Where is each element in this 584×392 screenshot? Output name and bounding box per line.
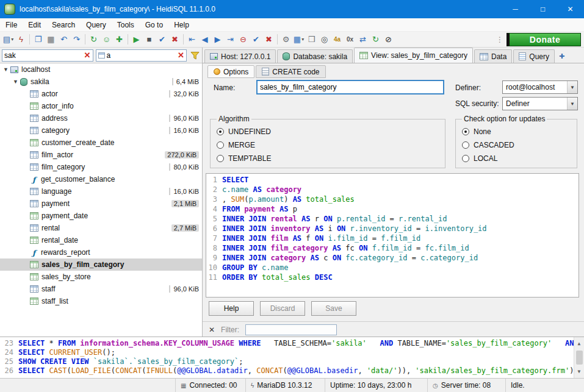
tree-item-payment[interactable]: payment2,1 MiB (0, 198, 202, 210)
abort-query-icon[interactable]: ⊘ (382, 33, 395, 46)
check-option-radio-none[interactable]: None (462, 125, 571, 138)
tree-item-staff[interactable]: staff96,0 KiB (0, 283, 202, 295)
tree-item-sales_by_film_category[interactable]: sales_by_film_category (0, 258, 202, 271)
tree-item-film_category[interactable]: film_category80,0 KiB (0, 161, 202, 173)
tree-item-sales_by_store[interactable]: sales_by_store (0, 271, 202, 283)
close-filter-icon[interactable]: ✕ (209, 326, 215, 334)
algorithm-radio-merge[interactable]: MERGE (217, 138, 439, 152)
data-filter-input[interactable] (107, 51, 176, 60)
execute-sql-icon[interactable]: ▶ (130, 33, 143, 46)
tree-item-film_actor[interactable]: film_actor272,0 KiB (0, 149, 202, 161)
clear-data-filter-button[interactable]: ✕ (178, 51, 184, 59)
tree-item-rewards_report[interactable]: rewards_report (0, 246, 202, 258)
algorithm-radio-undefined[interactable]: UNDEFINED (217, 125, 439, 138)
syntax-highlight-icon[interactable]: 4a (331, 33, 344, 46)
first-record-icon[interactable]: ⇤ (186, 33, 198, 46)
donate-button[interactable]: Donate (506, 33, 581, 46)
tree-item-rental_date[interactable]: rental_date (0, 234, 202, 246)
scroll-down-icon[interactable]: ▼ (578, 365, 581, 378)
menu-query[interactable]: Query (81, 19, 112, 31)
tab-host-127-0-0-1[interactable]: Host: 127.0.0.1 (204, 49, 276, 63)
refresh-icon[interactable]: ↻ (87, 33, 100, 46)
post-record-icon[interactable]: ✔ (250, 33, 262, 46)
stop-icon[interactable]: ■ (143, 33, 156, 46)
print-icon[interactable]: ▦ (45, 33, 57, 46)
minimize-button[interactable]: ─ (502, 0, 529, 18)
scroll-up-icon[interactable]: ▲ (578, 337, 581, 350)
editor-filter-input[interactable] (245, 324, 337, 335)
tree-item-staff_list[interactable]: staff_list (0, 295, 202, 307)
save-button[interactable]: Save (311, 301, 356, 316)
toolbar-overflow-icon[interactable]: ⋮ (493, 35, 506, 44)
tab-label: Data (491, 52, 506, 61)
table-icon (30, 163, 38, 171)
tree-item-customer_create_date[interactable]: customer_create_date (0, 137, 202, 149)
tab-data[interactable]: Data (474, 49, 512, 63)
maintenance-icon[interactable]: ⚙ (279, 33, 292, 46)
revert-record-icon[interactable]: ✖ (262, 33, 275, 46)
check-option-radio-cascaded[interactable]: CASCADED (462, 138, 571, 152)
new-query-tab-icon[interactable]: ✚ (556, 49, 568, 63)
last-record-icon[interactable]: ⇥ (224, 33, 237, 46)
tree-item-category[interactable]: category16,0 KiB (0, 124, 202, 137)
sql-security-select[interactable]: Definer ▼ (502, 97, 578, 110)
log-scrollbar[interactable]: ▲ ▼ (574, 337, 584, 378)
previous-record-icon[interactable]: ◀ (198, 33, 211, 46)
tree-item-actor_info[interactable]: actor_info (0, 100, 202, 112)
expand-caret-icon[interactable]: ▼ (12, 79, 20, 85)
tree-item-actor[interactable]: actor32,0 KiB (0, 88, 202, 100)
main-panel: Host: 127.0.0.1Database: sakilaView: sal… (203, 48, 584, 337)
clear-table-filter-button[interactable]: ✕ (84, 51, 91, 59)
tree-item-address[interactable]: address96,0 KiB (0, 112, 202, 124)
algorithm-radio-temptable[interactable]: TEMPTABLE (217, 152, 439, 165)
tree-item-payment_date[interactable]: payment_date (0, 210, 202, 222)
menu-tools[interactable]: Tools (112, 19, 140, 31)
reformat-sql-icon[interactable]: ⇄ (356, 33, 369, 46)
subtab-create-code[interactable]: CREATE code (256, 65, 325, 78)
close-button[interactable]: ✕ (557, 0, 584, 18)
hex-view-icon[interactable]: 0x (344, 33, 356, 46)
next-record-icon[interactable]: ▶ (211, 33, 224, 46)
disconnect-icon[interactable]: ϟ (15, 33, 27, 46)
create-object-icon[interactable]: ▦▾ (292, 33, 305, 46)
menu-help[interactable]: Help (168, 19, 195, 31)
expand-caret-icon[interactable]: ▼ (2, 66, 10, 73)
menu-search[interactable]: Search (46, 19, 81, 31)
delete-record-icon[interactable]: ⊖ (237, 33, 250, 46)
tree-item-rental[interactable]: rental2,7 MiB (0, 222, 202, 234)
tab-view-sales-by-film-category[interactable]: View: sales_by_film_category (354, 48, 473, 63)
copy-icon[interactable]: ❐ (32, 33, 45, 46)
apply-icon[interactable]: ✔ (156, 33, 168, 46)
menu-go-to[interactable]: Go to (140, 19, 168, 31)
tree-item-language[interactable]: language16,0 KiB (0, 185, 202, 198)
undo-icon[interactable]: ↶ (57, 33, 70, 46)
sql-editor[interactable]: 1SELECT2c.name AS category3, SUM(p.amoun… (206, 173, 579, 298)
tab-database-sakila[interactable]: Database: sakila (277, 49, 353, 63)
find-text-icon[interactable]: ◎ (318, 33, 331, 46)
create-database-icon[interactable]: ✚ (113, 33, 126, 46)
redo-icon[interactable]: ↷ (70, 33, 83, 46)
tree-item-sakila[interactable]: ▼sakila6,4 MiB (0, 76, 202, 88)
check-option-radio-local[interactable]: LOCAL (462, 152, 571, 165)
window-list-icon[interactable]: ❒ (305, 33, 318, 46)
help-button[interactable]: Help (209, 301, 254, 316)
sql-log-panel[interactable]: 23SELECT * FROM information_schema.KEY_C… (0, 337, 584, 378)
subtab-options[interactable]: Options (207, 65, 254, 78)
chevron-down-icon: ▾ (11, 37, 13, 42)
menu-file[interactable]: File (0, 19, 23, 31)
reconnect-icon[interactable]: ↻ (369, 33, 382, 46)
tree-item-get_customer_balance[interactable]: get_customer_balance (0, 173, 202, 185)
tree-item-localhost[interactable]: ▼localhost (0, 63, 202, 76)
scroll-thumb[interactable] (576, 351, 583, 365)
table-filter-input[interactable] (4, 51, 82, 60)
cancel-icon[interactable]: ✖ (168, 33, 181, 46)
definer-select[interactable]: root@localhost ▼ (502, 80, 578, 94)
menu-edit[interactable]: Edit (23, 19, 46, 31)
filter-icon[interactable] (189, 51, 200, 60)
maximize-button[interactable]: □ (529, 0, 557, 18)
discard-button[interactable]: Discard (260, 301, 305, 316)
tab-query[interactable]: Query (513, 49, 555, 63)
view-name-input[interactable] (256, 80, 444, 94)
session-manager-icon[interactable]: ▤▾ (2, 33, 15, 46)
user-manager-icon[interactable]: ☺ (100, 33, 113, 46)
